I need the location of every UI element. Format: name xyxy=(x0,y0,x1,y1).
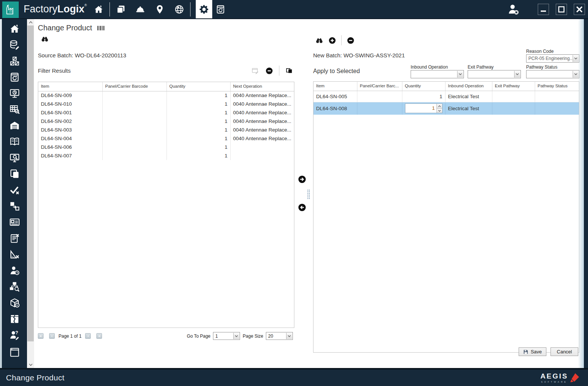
cell[interactable]: 1 xyxy=(166,143,230,151)
cell[interactable]: DL64-SN-004 xyxy=(38,134,102,143)
save-button[interactable]: Save xyxy=(519,347,546,356)
cell[interactable]: 0040 Antennae Replace... xyxy=(230,108,294,117)
location-icon[interactable] xyxy=(154,4,165,15)
column-header[interactable]: Quantity xyxy=(166,82,230,91)
first-page-icon[interactable]: « xyxy=(38,333,44,339)
add-icon[interactable] xyxy=(328,36,336,45)
maximize-button[interactable] xyxy=(556,4,567,15)
inbound-operation-dropdown[interactable] xyxy=(411,70,464,78)
column-header[interactable]: Item xyxy=(314,82,357,91)
person-clock-icon[interactable] xyxy=(9,265,20,276)
sidebar-scrollbar[interactable] xyxy=(27,19,34,368)
search-binoculars-icon[interactable] xyxy=(41,35,49,42)
warehouse-icon[interactable] xyxy=(9,120,20,131)
column-header[interactable]: Exit Pathway xyxy=(492,82,535,91)
broken-box-icon[interactable] xyxy=(9,313,20,325)
database-edit-icon[interactable] xyxy=(9,39,20,51)
cell[interactable] xyxy=(102,108,166,117)
window-partial-icon[interactable] xyxy=(9,346,20,357)
cell[interactable] xyxy=(102,143,166,151)
last-page-icon[interactable]: » xyxy=(96,333,102,339)
cell[interactable] xyxy=(535,102,579,115)
cell[interactable]: 1 xyxy=(402,91,445,102)
chevron-down-icon[interactable] xyxy=(514,71,520,78)
cell[interactable]: DL64-SN-005 xyxy=(314,91,357,102)
close-button[interactable] xyxy=(574,4,585,15)
cell[interactable] xyxy=(230,151,294,160)
cell[interactable] xyxy=(535,91,579,102)
book-history-icon[interactable] xyxy=(9,72,20,83)
select-all-icon[interactable] xyxy=(285,67,293,75)
hardhat-icon[interactable] xyxy=(135,4,146,15)
move-left-icon[interactable] xyxy=(298,203,306,212)
cell[interactable] xyxy=(102,151,166,160)
chevron-down-icon[interactable] xyxy=(233,333,239,339)
home-icon[interactable] xyxy=(93,4,104,15)
chevron-down-icon[interactable] xyxy=(286,333,292,339)
page-size-dropdown[interactable]: 20 xyxy=(266,332,293,340)
cell[interactable] xyxy=(492,102,535,115)
monitor-search-icon[interactable] xyxy=(9,152,20,163)
cell[interactable]: DL64-SN-006 xyxy=(38,143,102,151)
copy-stack-icon[interactable] xyxy=(9,168,20,180)
cell[interactable] xyxy=(230,143,294,151)
cell[interactable]: 1 xyxy=(166,134,230,143)
ruler-x-icon[interactable] xyxy=(9,249,20,260)
person-question-icon[interactable]: ? xyxy=(9,329,20,341)
move-item-icon[interactable] xyxy=(9,200,20,212)
cell[interactable]: 0040 Antennae Replace... xyxy=(230,91,294,100)
source-row[interactable]: DL64-SN-00210040 Antennae Replace... xyxy=(38,117,294,126)
cell[interactable]: DL64-SN-008 xyxy=(314,102,357,115)
splitter-grip[interactable] xyxy=(307,189,310,199)
settings-tab-selected[interactable] xyxy=(196,0,212,18)
spin-down-icon[interactable] xyxy=(437,109,442,113)
source-row[interactable]: DL64-SN-0061 xyxy=(38,143,294,151)
column-header[interactable]: Quantity xyxy=(402,82,445,91)
column-header[interactable]: Pathway Status xyxy=(535,82,579,91)
source-row[interactable]: DL64-SN-00410040 Antennae Replace... xyxy=(38,134,294,143)
column-header[interactable]: Inbound Operation xyxy=(445,82,492,91)
move-right-icon[interactable] xyxy=(298,175,306,184)
cell[interactable]: DL64-SN-010 xyxy=(38,100,102,108)
cell[interactable] xyxy=(102,91,166,100)
quantity-value[interactable]: 1 xyxy=(405,104,436,113)
column-header[interactable]: Item xyxy=(38,82,102,91)
cell[interactable]: 0040 Antennae Replace... xyxy=(230,126,294,134)
cell[interactable] xyxy=(357,91,402,102)
cell[interactable]: 1 xyxy=(166,126,230,134)
cell[interactable]: Electrical Test xyxy=(445,102,492,115)
cell[interactable] xyxy=(492,91,535,102)
cell[interactable]: DL64-SN-002 xyxy=(38,117,102,126)
id-card-icon[interactable] xyxy=(9,217,20,228)
remove-icon[interactable] xyxy=(346,36,355,45)
quantity-input[interactable]: 1 xyxy=(405,103,442,113)
source-row[interactable]: DL64-SN-00110040 Antennae Replace... xyxy=(38,108,294,117)
cancel-button[interactable]: Cancel xyxy=(550,347,578,356)
table-search-icon[interactable] xyxy=(9,104,20,115)
spin-up-icon[interactable] xyxy=(437,104,442,109)
pathway-status-dropdown[interactable] xyxy=(526,70,579,78)
open-book-icon[interactable] xyxy=(9,136,20,147)
cell[interactable]: 1 xyxy=(166,151,230,160)
user-logout-icon[interactable] xyxy=(507,3,520,16)
pages-icon[interactable] xyxy=(115,4,126,15)
cell[interactable]: DL64-SN-001 xyxy=(38,108,102,117)
cell[interactable]: 0040 Antennae Replace... xyxy=(230,100,294,108)
goto-page-dropdown[interactable]: 1 xyxy=(213,332,240,340)
remove-icon[interactable] xyxy=(265,67,273,75)
minimize-button[interactable] xyxy=(538,4,549,15)
cell[interactable] xyxy=(102,126,166,134)
scroll-up-icon[interactable] xyxy=(27,19,34,25)
prev-page-icon[interactable]: ‹ xyxy=(49,333,55,339)
cell[interactable] xyxy=(102,134,166,143)
chevron-down-icon[interactable] xyxy=(573,71,579,78)
chevron-down-icon[interactable] xyxy=(457,71,463,78)
search-binoculars-icon[interactable] xyxy=(315,37,323,44)
column-header[interactable]: Next Operation xyxy=(230,82,294,91)
cell[interactable]: DL64-SN-003 xyxy=(38,126,102,134)
column-header[interactable]: Panel/Carrier Barcode xyxy=(102,82,166,91)
next-page-icon[interactable]: › xyxy=(85,333,91,339)
scroll-down-icon[interactable] xyxy=(27,362,34,368)
monitor-pie-icon[interactable] xyxy=(9,88,20,99)
chevron-down-icon[interactable] xyxy=(573,55,579,62)
